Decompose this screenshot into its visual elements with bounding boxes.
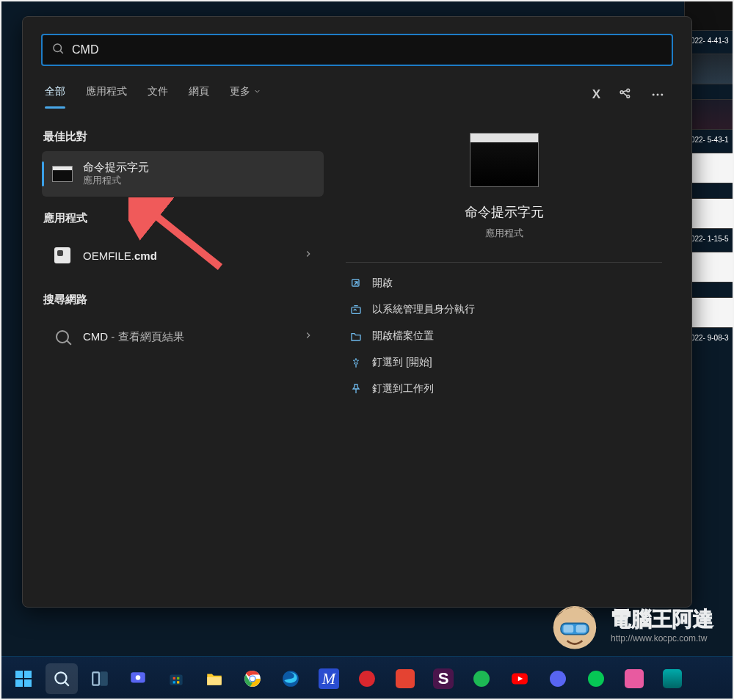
tab-more-label: 更多 [230,85,250,98]
svg-rect-30 [207,677,222,685]
file-icon [52,245,73,266]
taskbar-edge[interactable] [275,663,307,694]
result-title: CMD - 查看網頁結果 [83,330,184,344]
tab-more[interactable]: 更多 [230,81,261,109]
result-title: OEMFILE.cmd [83,249,157,262]
result-title: 命令提示字元 [83,161,149,175]
search-input[interactable] [65,43,663,56]
search-flyout: 全部 應用程式 文件 網頁 更多 X 最佳比對 [22,16,692,608]
tab-web[interactable]: 網頁 [189,81,209,109]
action-run-admin[interactable]: 以系統管理員身分執行 [346,296,662,323]
divider [346,262,662,263]
section-search-web: 搜尋網路 [43,293,324,307]
action-pin-start[interactable]: 釘選到 [開始] [346,349,662,376]
svg-line-1 [60,51,62,53]
search-bar[interactable] [41,34,673,66]
action-label: 以系統管理員身分執行 [372,303,475,316]
taskbar: M S [0,656,734,700]
svg-rect-27 [177,677,179,679]
taskbar-discord[interactable] [542,663,574,694]
svg-point-33 [250,676,255,681]
tab-documents[interactable]: 文件 [148,81,168,109]
taskbar-youtube[interactable] [504,663,536,694]
svg-point-3 [627,89,630,92]
taskbar-spotify[interactable] [465,663,498,694]
svg-rect-25 [170,674,182,685]
section-best-match: 最佳比對 [43,130,324,144]
taskbar-search[interactable] [46,663,78,694]
taskbar-line[interactable] [580,663,612,694]
results-column: 最佳比對 命令提示字元 應用程式 應用程式 OEMFILE.cmd [42,123,328,589]
preview-app-icon [470,133,539,187]
svg-point-2 [620,91,623,94]
result-app-item[interactable]: OEMFILE.cmd [42,233,324,278]
search-icon [51,42,65,58]
svg-rect-16 [561,623,589,634]
svg-rect-22 [101,672,107,685]
taskbar-explorer[interactable] [198,663,230,694]
result-web-item[interactable]: CMD - 查看網頁結果 [42,314,324,360]
search-tabs: 全部 應用程式 文件 網頁 更多 X [23,66,691,109]
action-label: 釘選到 [開始] [372,356,432,369]
share-icon[interactable] [618,87,633,102]
section-apps: 應用程式 [43,211,324,225]
chevron-right-icon [303,249,313,262]
action-open-location[interactable]: 開啟檔案位置 [346,323,662,349]
svg-point-0 [54,44,62,52]
chevron-right-icon [303,330,313,343]
taskbar-mega[interactable] [351,663,383,694]
chevron-down-icon [253,86,261,98]
svg-point-24 [136,675,141,680]
svg-rect-17 [564,625,574,632]
svg-line-5 [623,92,627,96]
svg-rect-21 [92,672,99,685]
search-icon [52,327,73,347]
svg-point-4 [627,95,630,98]
preview-subtitle: 應用程式 [485,227,523,240]
taskbar-slack[interactable]: S [427,663,459,694]
taskbar-app-teal[interactable] [656,663,688,694]
preview-title: 命令提示字元 [465,203,544,221]
svg-point-9 [661,94,663,96]
svg-rect-28 [173,681,175,683]
result-subtitle: 應用程式 [83,175,149,187]
taskbar-app-m[interactable]: M [313,663,345,694]
taskbar-store[interactable] [160,663,192,694]
svg-rect-18 [576,625,586,632]
svg-rect-29 [177,681,179,683]
svg-point-19 [55,672,66,683]
tab-all[interactable]: 全部 [45,81,65,109]
taskbar-app-pink[interactable] [618,663,650,694]
svg-line-20 [65,682,69,685]
result-best-match[interactable]: 命令提示字元 應用程式 [42,151,324,197]
svg-point-8 [657,94,659,96]
action-open[interactable]: 開啟 [346,270,662,296]
cmd-app-icon [52,164,73,184]
taskbar-taskview[interactable] [84,663,116,694]
taskbar-chrome[interactable] [236,663,269,694]
taskbar-todoist[interactable] [389,663,421,694]
taskbar-start[interactable] [7,663,40,694]
svg-rect-26 [173,677,175,679]
action-pin-taskbar[interactable]: 釘選到工作列 [346,376,662,402]
more-icon[interactable] [650,87,665,102]
preview-pane: 命令提示字元 應用程式 開啟 以系統管理員身分執行 開啟檔案位置 釘選到 [開始… [328,123,672,589]
svg-point-15 [553,606,596,649]
close-x-button[interactable]: X [592,87,600,102]
svg-line-6 [623,91,627,92]
action-label: 開啟檔案位置 [372,329,434,343]
taskbar-chat[interactable] [122,663,154,694]
tab-apps[interactable]: 應用程式 [86,81,127,109]
action-label: 開啟 [372,277,393,290]
action-label: 釘選到工作列 [372,382,434,395]
svg-point-7 [653,94,655,96]
